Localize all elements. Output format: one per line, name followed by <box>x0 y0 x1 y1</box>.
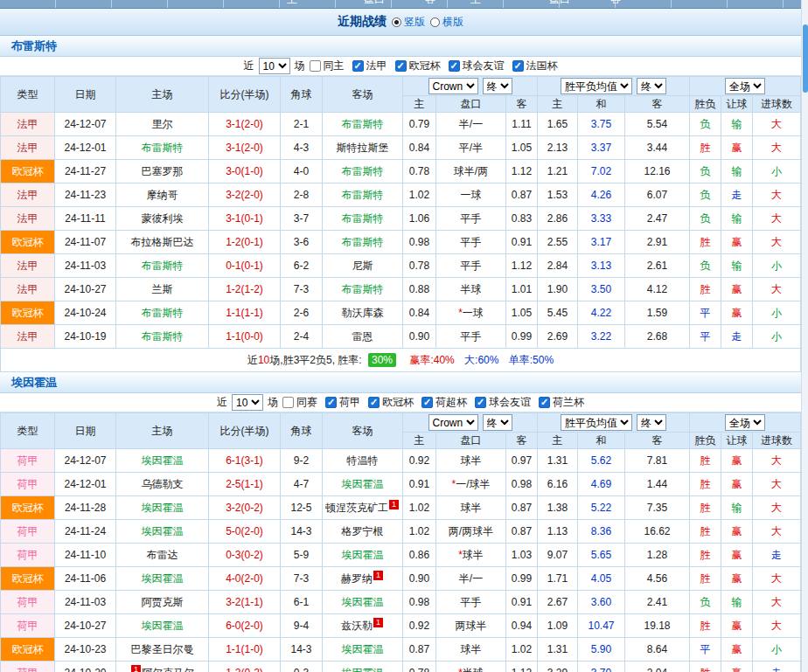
col-header-home: 主场 <box>116 77 209 113</box>
col-header-odds-away: 客 <box>506 96 538 113</box>
outcome-source-select[interactable]: 胜平负均值 <box>561 78 632 94</box>
red-card-badge: 1 <box>373 618 383 627</box>
league-filter-checkbox[interactable]: 法甲 <box>352 59 387 73</box>
match-row: 荷甲 24-11-03 阿贾克斯 3-2(1-1) 6-1 埃因霍温 0.98 … <box>1 591 801 614</box>
league-filter-checkbox[interactable]: 欧冠杯 <box>368 395 414 410</box>
outcome-state-select[interactable]: 终 <box>637 414 666 431</box>
lose-odds: 4.56 <box>625 567 690 591</box>
handicap-line: 平/半 <box>436 136 506 160</box>
filter-bar-brest: 近 10 场 同主 法甲 欧冠杯 <box>0 57 801 76</box>
checkbox[interactable] <box>421 397 433 408</box>
league-filter-checkbox[interactable]: 球会友谊 <box>449 59 505 73</box>
games-label: 场 <box>268 395 278 410</box>
scope-select[interactable]: 全场 <box>725 78 765 94</box>
handicap-away-odds: 0.99 <box>506 567 538 591</box>
handicap-line: 平手 <box>436 591 506 614</box>
filter-bar-psv: 近 10 场 同赛 荷甲 欧冠杯 <box>0 393 801 412</box>
handicap-line: 球半 <box>436 496 506 520</box>
corners-cell: 9-4 <box>281 614 323 638</box>
handicap-line: *一球 <box>436 301 506 325</box>
score-cell: 1-2(0-1) <box>209 231 281 254</box>
col-header-type: 类型 <box>1 413 55 449</box>
checkbox[interactable] <box>449 60 460 72</box>
date-cell: 24-10-27 <box>55 614 116 638</box>
radio-button[interactable] <box>392 17 401 27</box>
corners-cell: 2-1 <box>281 113 323 136</box>
league-filter-checkbox[interactable]: 同赛 <box>282 395 317 410</box>
away-team-cell: 布雷斯特 <box>323 278 403 301</box>
result-goals-cell: 大 <box>753 614 801 638</box>
layout-radio-horizontal[interactable]: 横版 <box>430 15 463 30</box>
handicap-line: 两球半 <box>436 614 506 638</box>
checkbox[interactable] <box>395 60 407 72</box>
result-wdl-cell: 胜 <box>690 473 721 496</box>
home-team-cell: 蒙彼利埃 <box>116 207 209 231</box>
result-handicap-cell: 赢 <box>721 449 753 473</box>
recent-count-select[interactable]: 10 <box>232 394 263 411</box>
match-row: 欧冠杯 24-11-06 埃因霍温 4-0(2-0) 7-3 赫罗纳1 0.90… <box>1 567 801 591</box>
match-row: 荷甲 24-11-24 埃因霍温 5-0(2-0) 14-3 格罗宁根 1.02… <box>1 520 801 544</box>
league-filter-checkbox[interactable]: 荷甲 <box>325 395 360 410</box>
match-row: 法甲 24-11-03 布雷斯特 0-1(0-1) 6-2 尼斯 0.78 平手… <box>1 254 801 278</box>
league-cell: 荷甲 <box>1 520 55 544</box>
league-cell: 荷甲 <box>1 449 55 473</box>
corners-cell: 12-5 <box>281 496 323 520</box>
odds-state-select[interactable]: 终 <box>483 78 512 94</box>
recent-matches-table-brest: 类型 日期 主场 比分(半场) 角球 客场 Crown 终 胜平负均值 <box>0 76 801 372</box>
checkbox[interactable] <box>539 397 550 408</box>
checkbox[interactable] <box>282 397 294 408</box>
checkbox-label: 球会友谊 <box>489 395 531 410</box>
checkbox[interactable] <box>368 397 380 408</box>
checkbox[interactable] <box>475 397 486 408</box>
result-handicap-cell: 输 <box>721 254 753 278</box>
checkbox[interactable] <box>310 60 321 72</box>
handicap-away-odds: 1.05 <box>506 301 538 325</box>
corners-cell: 7-3 <box>281 278 323 301</box>
league-filter-checkbox[interactable]: 欧冠杯 <box>395 59 441 73</box>
result-goals-cell: 大 <box>753 113 801 136</box>
win-odds: 9.07 <box>538 544 578 567</box>
checkbox[interactable] <box>325 397 337 408</box>
checkbox-label: 法甲 <box>366 59 387 73</box>
league-cell: 法甲 <box>1 254 55 278</box>
handicap-away-odds: 0.94 <box>506 614 538 638</box>
date-cell: 24-11-28 <box>55 496 116 520</box>
title-bar: 近期战绩 竖版 横版 <box>0 9 801 36</box>
lose-odds: 8.64 <box>625 638 690 662</box>
result-wdl-cell: 胜 <box>690 544 721 567</box>
league-filter-checkbox[interactable]: 法国杯 <box>512 59 558 73</box>
odds-source-select[interactable]: Crown <box>428 78 478 94</box>
league-filter-checkbox[interactable]: 同主 <box>310 59 345 73</box>
recent-count-select[interactable]: 10 <box>259 58 290 74</box>
scope-select[interactable]: 全场 <box>725 414 765 431</box>
corners-cell: 2-4 <box>281 325 323 349</box>
outcome-source-select[interactable]: 胜平负均值 <box>561 414 632 431</box>
col-header-away: 客场 <box>323 77 403 113</box>
handicap-line: 半/一 <box>436 113 506 136</box>
checkbox[interactable] <box>352 60 364 72</box>
outcome-state-select[interactable]: 终 <box>637 78 666 94</box>
layout-radio-vertical[interactable]: 竖版 <box>392 15 425 30</box>
red-card-badge: 1 <box>373 571 383 580</box>
scrollbar-thumb[interactable] <box>803 24 808 93</box>
win-odds: 1.90 <box>538 278 578 301</box>
date-cell: 24-11-10 <box>55 544 116 567</box>
lose-odds: 5.54 <box>625 113 690 136</box>
scrollbar-track[interactable] <box>801 0 808 672</box>
home-team-cell: 埃因霍温 <box>116 496 209 520</box>
result-handicap-cell: 输 <box>721 591 753 614</box>
league-filter-checkbox[interactable]: 荷超杯 <box>421 395 467 410</box>
home-team-cell: 阿贾克斯 <box>116 591 209 614</box>
league-filter-checkbox[interactable]: 荷兰杯 <box>539 395 584 410</box>
league-filter-checkbox[interactable]: 球会友谊 <box>475 395 531 410</box>
odds-state-select[interactable]: 终 <box>483 414 512 431</box>
win-odds: 1.09 <box>538 614 578 638</box>
home-team-cell: 埃因霍温 <box>116 520 209 544</box>
league-cell: 欧冠杯 <box>1 231 55 254</box>
league-cell: 欧冠杯 <box>1 638 55 662</box>
radio-button[interactable] <box>430 17 440 27</box>
odds-source-select[interactable]: Crown <box>428 414 478 431</box>
result-handicap-cell: 输 <box>721 160 753 184</box>
checkbox[interactable] <box>512 60 524 72</box>
score-cell: 1-2(1-2) <box>209 278 281 301</box>
